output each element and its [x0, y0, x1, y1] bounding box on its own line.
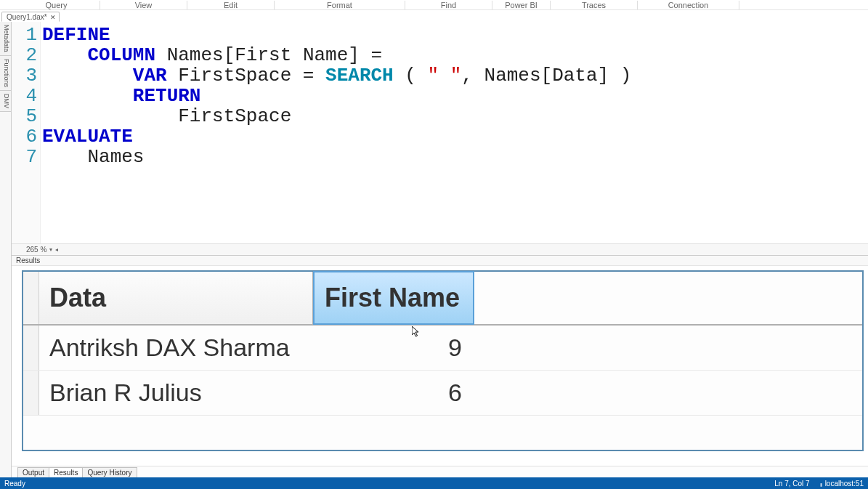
results-grid[interactable]: Data First Name Antriksh DAX Sharma 9 Br…	[22, 270, 864, 451]
line-number: 6	[12, 126, 40, 147]
row-header	[23, 371, 39, 415]
grid-header-row: Data First Name	[23, 272, 862, 326]
line-number: 3	[12, 65, 40, 86]
table-row[interactable]: Brian R Julius 6	[23, 371, 862, 416]
line-number: 2	[12, 45, 40, 65]
status-cursor-position: Ln 7, Col 7	[774, 480, 809, 488]
menu-query[interactable]: Query	[13, 1, 100, 9]
line-number: 5	[12, 106, 40, 126]
tab-results[interactable]: Results	[49, 467, 83, 477]
editor-zoom-bar: 265 % ▾ ◂	[12, 243, 868, 255]
document-tab-bar: Query1.dax* ✕	[0, 10, 868, 22]
file-tab-label: Query1.dax*	[7, 13, 47, 21]
status-bar: Ready Ln 7, Col 7 localhost:51	[0, 477, 868, 489]
cell-data: Antriksh DAX Sharma	[39, 326, 314, 370]
column-header-data[interactable]: Data	[39, 272, 314, 324]
cell-data: Brian R Julius	[39, 371, 314, 415]
menu-edit[interactable]: Edit	[187, 1, 275, 9]
status-ready: Ready	[4, 480, 25, 488]
menu-powerbi[interactable]: Power BI	[492, 1, 551, 9]
line-number: 7	[12, 147, 40, 167]
status-connection: localhost:51	[820, 480, 864, 488]
menu-connection[interactable]: Connection	[638, 1, 739, 9]
tab-query-history[interactable]: Query History	[82, 467, 137, 477]
column-header-first-name[interactable]: First Name	[313, 271, 474, 325]
zoom-level[interactable]: 265 %	[26, 246, 46, 254]
code-area[interactable]: DEFINE COLUMN Names[First Name] = VAR Fi…	[41, 22, 868, 255]
results-panel-title: Results	[12, 256, 868, 266]
side-tab-functions[interactable]: Functions	[0, 56, 11, 91]
side-tab-dmv[interactable]: DMV	[0, 91, 11, 112]
side-tab-metadata[interactable]: Metadata	[0, 22, 11, 56]
line-number: 4	[12, 86, 40, 106]
line-gutter: 1 2 3 4 5 6 7	[12, 22, 41, 255]
output-tab-bar: Output Results Query History	[12, 466, 868, 477]
menu-format[interactable]: Format	[275, 1, 405, 9]
menu-view[interactable]: View	[100, 1, 187, 9]
close-icon[interactable]: ✕	[50, 14, 56, 21]
menu-bar: Query View Edit Format Find Power BI Tra…	[0, 0, 868, 10]
row-header	[23, 326, 39, 370]
cell-first-name: 6	[314, 371, 475, 415]
tab-output[interactable]: Output	[17, 467, 49, 477]
menu-traces[interactable]: Traces	[551, 1, 638, 9]
side-panel-tabs: Metadata Functions DMV	[0, 22, 12, 477]
line-number: 1	[12, 25, 40, 45]
scroll-left-icon[interactable]: ◂	[55, 246, 58, 253]
results-panel: Data First Name Antriksh DAX Sharma 9 Br…	[12, 266, 868, 466]
chevron-down-icon[interactable]: ▾	[49, 246, 52, 253]
cell-first-name: 9	[314, 326, 475, 370]
file-tab-query1[interactable]: Query1.dax* ✕	[1, 12, 60, 22]
menu-find[interactable]: Find	[405, 1, 492, 9]
grid-corner	[23, 272, 39, 324]
code-editor[interactable]: 1 2 3 4 5 6 7 DEFINE COLUMN Names[First …	[12, 22, 868, 256]
table-row[interactable]: Antriksh DAX Sharma 9	[23, 326, 862, 371]
